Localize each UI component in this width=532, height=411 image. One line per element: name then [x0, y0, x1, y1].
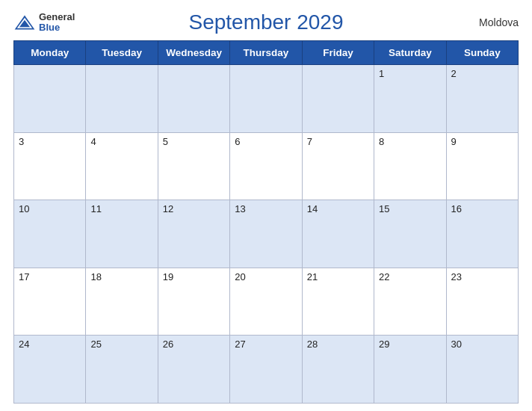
day-number: 19 — [163, 271, 225, 282]
day-number: 14 — [307, 203, 369, 214]
calendar-cell — [230, 65, 302, 133]
day-number: 12 — [163, 203, 225, 214]
day-number: 26 — [163, 339, 225, 350]
calendar-cell: 22 — [374, 268, 446, 336]
weekday-header-row: MondayTuesdayWednesdayThursdayFridaySatu… — [14, 41, 519, 65]
calendar-week-row: 24252627282930 — [14, 336, 519, 404]
day-number: 2 — [451, 68, 513, 79]
generalblue-logo-icon — [13, 14, 36, 31]
calendar-cell — [302, 65, 374, 133]
calendar-cell: 24 — [14, 336, 86, 404]
calendar-cell: 21 — [302, 268, 374, 336]
day-number: 23 — [451, 271, 513, 282]
calendar-cell: 10 — [14, 200, 86, 268]
day-number: 4 — [90, 136, 152, 147]
day-number: 8 — [379, 136, 441, 147]
day-number: 10 — [19, 203, 81, 214]
weekday-tuesday: Tuesday — [86, 41, 158, 65]
calendar-cell: 7 — [302, 132, 374, 200]
calendar-cell: 17 — [14, 268, 86, 336]
calendar-week-row: 17181920212223 — [14, 268, 519, 336]
calendar-cell — [86, 65, 158, 133]
calendar-cell: 29 — [374, 336, 446, 404]
weekday-sunday: Sunday — [446, 41, 518, 65]
calendar-cell: 27 — [230, 336, 302, 404]
calendar-title: September 2029 — [81, 10, 451, 34]
day-number: 28 — [307, 339, 369, 350]
day-number: 24 — [19, 339, 81, 350]
country-label: Moldova — [451, 16, 519, 28]
day-number: 18 — [90, 271, 152, 282]
day-number: 3 — [19, 136, 81, 147]
calendar-cell: 14 — [302, 200, 374, 268]
weekday-friday: Friday — [302, 41, 374, 65]
day-number: 25 — [90, 339, 152, 350]
calendar-cell: 15 — [374, 200, 446, 268]
calendar-cell: 16 — [446, 200, 518, 268]
calendar-cell: 25 — [86, 336, 158, 404]
day-number: 16 — [451, 203, 513, 214]
day-number: 21 — [307, 271, 369, 282]
weekday-thursday: Thursday — [230, 41, 302, 65]
day-number: 17 — [19, 271, 81, 282]
logo-blue-text: Blue — [39, 22, 75, 33]
day-number: 30 — [451, 339, 513, 350]
day-number: 15 — [379, 203, 441, 214]
day-number: 13 — [235, 203, 297, 214]
day-number: 29 — [379, 339, 441, 350]
calendar-cell: 6 — [230, 132, 302, 200]
calendar-cell — [158, 65, 229, 133]
day-number: 20 — [235, 271, 297, 282]
day-number: 9 — [451, 136, 513, 147]
calendar-cell: 23 — [446, 268, 518, 336]
day-number: 11 — [90, 203, 152, 214]
weekday-wednesday: Wednesday — [158, 41, 229, 65]
day-number: 1 — [379, 68, 441, 79]
day-number: 27 — [235, 339, 297, 350]
weekday-saturday: Saturday — [374, 41, 446, 65]
calendar-week-row: 10111213141516 — [14, 200, 519, 268]
calendar-cell: 2 — [446, 65, 518, 133]
calendar-cell: 5 — [158, 132, 229, 200]
calendar-cell: 30 — [446, 336, 518, 404]
calendar-cell: 13 — [230, 200, 302, 268]
logo-area: General Blue — [13, 12, 81, 34]
calendar-week-row: 12 — [14, 65, 519, 133]
calendar-cell: 9 — [446, 132, 518, 200]
day-number: 6 — [235, 136, 297, 147]
calendar-cell: 4 — [86, 132, 158, 200]
calendar-cell — [14, 65, 86, 133]
calendar-header: General Blue September 2029 Moldova — [13, 7, 519, 37]
calendar-cell: 3 — [14, 132, 86, 200]
calendar-cell: 8 — [374, 132, 446, 200]
calendar-cell: 11 — [86, 200, 158, 268]
calendar-cell: 28 — [302, 336, 374, 404]
calendar-cell: 1 — [374, 65, 446, 133]
calendar-table: MondayTuesdayWednesdayThursdayFridaySatu… — [13, 40, 519, 404]
calendar-cell: 18 — [86, 268, 158, 336]
day-number: 5 — [163, 136, 225, 147]
calendar-cell: 19 — [158, 268, 229, 336]
day-number: 22 — [379, 271, 441, 282]
logo-general-text: General — [39, 12, 75, 22]
calendar-cell: 12 — [158, 200, 229, 268]
day-number: 7 — [307, 136, 369, 147]
calendar-cell: 26 — [158, 336, 229, 404]
weekday-monday: Monday — [14, 41, 86, 65]
calendar-week-row: 3456789 — [14, 132, 519, 200]
calendar-cell: 20 — [230, 268, 302, 336]
